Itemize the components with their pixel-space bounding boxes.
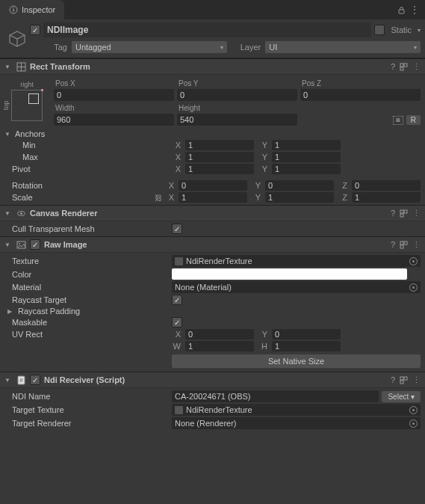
pos-z-input[interactable] (300, 89, 421, 101)
svg-point-11 (20, 212, 22, 215)
material-field[interactable]: None (Material) (172, 281, 421, 293)
layer-dropdown[interactable]: UI (265, 41, 421, 53)
svg-point-16 (19, 243, 20, 245)
scale-z[interactable] (352, 192, 421, 203)
anchor-preset-button[interactable]: right top (4, 79, 49, 126)
preset-icon[interactable] (400, 63, 408, 71)
svg-rect-18 (404, 242, 407, 245)
tag-dropdown[interactable]: Untagged (72, 41, 227, 53)
rect-transform-icon (16, 61, 26, 72)
set-native-size-button[interactable]: Set Native Size (172, 354, 421, 368)
foldout-icon[interactable]: ▼ (4, 64, 12, 70)
anchor-min-y[interactable] (272, 140, 341, 150)
height-input[interactable] (177, 114, 297, 126)
rot-y[interactable] (265, 180, 334, 191)
cull-checkbox[interactable] (172, 224, 182, 234)
enable-checkbox[interactable] (30, 239, 40, 250)
target-renderer-field[interactable]: None (Renderer) (172, 417, 421, 429)
svg-rect-23 (404, 377, 407, 380)
uv-y[interactable] (272, 329, 341, 339)
info-icon (9, 5, 18, 14)
menu-icon[interactable]: ⋮ (412, 62, 421, 72)
ndi-name-input[interactable] (172, 390, 379, 402)
anchors-foldout[interactable]: ▼ (4, 131, 12, 138)
component-title: Raw Image (44, 240, 387, 249)
enable-checkbox[interactable] (30, 375, 40, 385)
static-checkbox[interactable] (374, 25, 385, 35)
svg-point-1 (13, 7, 14, 9)
lock-icon[interactable] (397, 6, 406, 14)
pos-y-input[interactable] (177, 89, 297, 101)
uv-w[interactable] (185, 341, 254, 351)
gameobject-icon[interactable] (4, 26, 30, 52)
active-checkbox[interactable] (30, 25, 40, 35)
anchor-max-y[interactable] (272, 152, 341, 162)
help-icon[interactable]: ? (391, 209, 395, 218)
tab-title: Inspector (22, 5, 55, 14)
svg-rect-8 (404, 64, 407, 67)
static-dropdown-icon[interactable]: ▾ (418, 27, 421, 34)
scale-link-icon[interactable]: ⛓ (155, 194, 162, 202)
component-title: Ndi Receiver (Script) (44, 375, 387, 384)
svg-rect-24 (400, 381, 403, 384)
svg-rect-7 (400, 64, 403, 67)
svg-rect-12 (400, 210, 403, 213)
script-icon: # (16, 375, 26, 385)
uv-h[interactable] (272, 341, 341, 351)
tag-label: Tag (30, 43, 67, 52)
width-input[interactable] (54, 114, 174, 126)
select-button[interactable]: Select ▾ (382, 391, 421, 402)
svg-rect-22 (400, 377, 403, 380)
static-label: Static (391, 25, 412, 34)
menu-icon[interactable]: ⋮ (412, 240, 421, 250)
anchor-max-x[interactable] (185, 152, 254, 162)
svg-rect-13 (404, 210, 407, 213)
preset-icon[interactable] (400, 376, 408, 384)
object-picker-icon[interactable] (409, 283, 418, 292)
preset-icon[interactable] (400, 209, 408, 218)
texture-field[interactable]: NdiRenderTexture (172, 255, 421, 267)
foldout-icon[interactable]: ▼ (4, 242, 12, 248)
layer-label: Layer (232, 43, 261, 52)
maskable-checkbox[interactable] (172, 317, 182, 328)
target-texture-field[interactable]: NdiRenderTexture (172, 404, 421, 416)
blueprint-mode-icon[interactable]: ⊞ (393, 116, 403, 125)
texture-asset-icon (175, 406, 183, 414)
scale-y[interactable] (265, 192, 334, 203)
component-title: Rect Transform (30, 62, 387, 71)
menu-icon[interactable]: ⋮ (412, 375, 421, 385)
component-title: Canvas Renderer (30, 209, 387, 218)
help-icon[interactable]: ? (391, 62, 395, 71)
menu-icon[interactable]: ⋮ (412, 209, 421, 218)
foldout-icon[interactable]: ▼ (4, 210, 12, 217)
help-icon[interactable]: ? (391, 240, 395, 249)
object-picker-icon[interactable] (409, 406, 418, 414)
object-picker-icon[interactable] (409, 420, 418, 428)
color-field[interactable] (172, 268, 407, 280)
name-input[interactable] (43, 22, 371, 37)
pivot-x[interactable] (185, 164, 254, 174)
padding-foldout[interactable]: ▶ (7, 308, 15, 315)
inspector-tab[interactable]: Inspector (0, 0, 64, 19)
raw-image-icon (16, 239, 26, 250)
scale-x[interactable] (179, 192, 247, 203)
rot-x[interactable] (179, 180, 247, 191)
context-menu-icon[interactable]: ⋮ (410, 4, 419, 15)
svg-rect-19 (400, 245, 403, 248)
texture-asset-icon (175, 257, 183, 265)
help-icon[interactable]: ? (391, 375, 395, 384)
raw-edit-button[interactable]: R (406, 115, 421, 125)
svg-rect-9 (400, 67, 403, 70)
anchor-min-x[interactable] (185, 140, 254, 150)
preset-icon[interactable] (400, 241, 408, 249)
object-picker-icon[interactable] (409, 257, 418, 265)
svg-rect-2 (13, 9, 13, 12)
pivot-y[interactable] (272, 164, 341, 174)
svg-rect-17 (400, 242, 403, 245)
svg-rect-3 (399, 10, 404, 13)
foldout-icon[interactable]: ▼ (4, 377, 12, 384)
pos-x-input[interactable] (54, 89, 174, 101)
uv-x[interactable] (185, 329, 254, 339)
raycast-checkbox[interactable] (172, 295, 182, 305)
rot-z[interactable] (352, 180, 421, 191)
